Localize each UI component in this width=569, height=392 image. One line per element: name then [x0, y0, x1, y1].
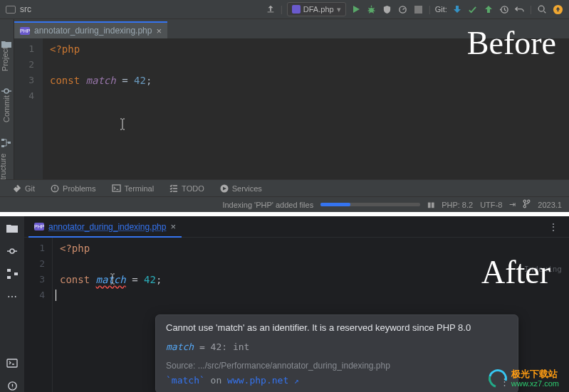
add-config-icon[interactable]	[265, 4, 276, 15]
php-file-icon	[292, 5, 301, 14]
svg-point-17	[10, 249, 14, 253]
code-token: <?php	[60, 243, 90, 254]
php-file-icon: PHP	[20, 27, 30, 35]
svg-rect-19	[7, 276, 11, 279]
commit-icon[interactable]	[6, 245, 19, 258]
tooltip-evaluation: match = 42: int	[166, 341, 508, 352]
breadcrumb[interactable]: src	[20, 4, 31, 14]
code-token: 42	[134, 75, 146, 86]
indent-icon[interactable]: ⇥	[509, 200, 516, 209]
code-token: =	[116, 75, 134, 86]
svg-point-7	[4, 89, 9, 93]
todo-tool-button[interactable]: TODO	[169, 184, 204, 193]
services-tool-button[interactable]: Services	[220, 184, 262, 193]
svg-rect-9	[1, 145, 4, 147]
code-token: const	[60, 274, 96, 285]
svg-rect-0	[267, 12, 273, 13]
svg-rect-8	[1, 139, 4, 141]
commit-tool-label[interactable]: Commit	[2, 95, 11, 122]
tool-window-bar: Git Problems Terminal TODO Services	[0, 179, 569, 196]
debug-icon[interactable]	[366, 4, 377, 15]
terminal-icon[interactable]	[6, 356, 19, 369]
svg-rect-20	[14, 272, 18, 275]
problems-icon[interactable]	[6, 379, 19, 392]
editor-tab[interactable]: PHP annotator_during_indexing.php ×	[14, 21, 167, 38]
git-history-icon[interactable]	[498, 4, 510, 15]
pause-icon[interactable]: ▮▮	[427, 201, 434, 208]
after-pane: ⋯ PHP annotator_during_indexing.php × ⋮ …	[0, 216, 569, 392]
git-push-icon[interactable]	[483, 4, 494, 15]
svg-rect-21	[7, 359, 17, 367]
editor-tab[interactable]: PHP annotator_during_indexing.php ×	[28, 217, 182, 237]
code-token: ;	[156, 274, 162, 285]
line-number: 4	[14, 88, 43, 104]
terminal-tool-button[interactable]: Terminal	[112, 184, 155, 193]
run-icon[interactable]	[350, 4, 362, 15]
structure-icon[interactable]	[6, 267, 19, 280]
line-number: 2	[14, 57, 43, 73]
code-token: =	[126, 274, 144, 285]
tooltip-doc-link[interactable]: `match` on www.php.net ↗	[166, 375, 508, 386]
gutter: 1 2 3 4	[14, 38, 43, 179]
file-encoding[interactable]: UTF-8	[480, 201, 502, 209]
tab-more-icon[interactable]: ⋮	[549, 222, 559, 232]
tab-filename: annotator_during_indexing.php	[48, 222, 166, 232]
text-cursor-icon	[110, 273, 115, 284]
watermark-logo-icon	[485, 366, 511, 391]
svg-rect-18	[7, 269, 11, 272]
more-tools-icon[interactable]: ⋯	[6, 290, 19, 303]
svg-rect-12	[113, 185, 120, 191]
run-config-selector[interactable]: DFA.php ▾	[287, 2, 346, 16]
git-update-icon[interactable]	[451, 4, 463, 15]
line-number: 4	[24, 287, 52, 303]
watermark-name: 极光下载站	[511, 369, 559, 379]
profile-icon[interactable]	[397, 4, 409, 15]
svg-point-14	[523, 200, 526, 202]
svg-rect-3	[414, 6, 422, 14]
project-tool-label[interactable]: Project	[1, 47, 9, 71]
ide-update-icon[interactable]	[552, 4, 563, 15]
overlay-label-before: Before	[467, 24, 556, 62]
tab-filename: annotator_during_indexing.php	[34, 26, 152, 36]
svg-point-5	[538, 6, 544, 11]
run-config-name: DFA.php	[303, 5, 334, 14]
git-commit-icon[interactable]	[467, 4, 479, 15]
tooltip-source: Source: .../src/Performance/annotator_du…	[166, 361, 508, 371]
editor-caret	[56, 290, 56, 301]
search-icon[interactable]	[536, 4, 548, 15]
indexing-progress[interactable]	[320, 203, 420, 206]
close-tab-icon[interactable]: ×	[170, 221, 176, 232]
line-number: 1	[24, 240, 52, 256]
stop-icon[interactable]	[413, 4, 424, 15]
code-token: const	[50, 75, 86, 86]
overlay-label-after: After	[481, 253, 550, 291]
code-token: 42	[144, 274, 156, 285]
code-token: match	[86, 75, 116, 86]
commit-tool-icon[interactable]	[1, 87, 13, 95]
svg-rect-10	[8, 142, 11, 144]
svg-point-15	[528, 200, 530, 202]
close-tab-icon[interactable]: ×	[156, 26, 162, 36]
gutter: 1 2 3 4	[24, 238, 53, 392]
project-icon[interactable]	[6, 222, 19, 235]
tooltip-message: Cannot use 'match' as an identifier. It …	[166, 322, 508, 333]
php-file-icon: PHP	[34, 223, 44, 231]
git-label: Git:	[435, 5, 447, 14]
watermark: 极光下载站 www.xz7.com	[489, 369, 559, 388]
line-number: 2	[24, 256, 52, 272]
problems-tool-button[interactable]: Problems	[51, 184, 95, 193]
code-token: <?php	[50, 43, 80, 55]
line-number: 3	[24, 272, 52, 287]
status-bar: Indexing 'PHP' added files ▮▮ PHP: 8.2 U…	[0, 196, 569, 212]
branch-icon[interactable]	[523, 199, 531, 210]
structure-tool-icon[interactable]	[1, 139, 13, 147]
line-number: 1	[14, 41, 43, 57]
text-cursor-icon	[120, 118, 125, 129]
editor-tabs-after: PHP annotator_during_indexing.php × ⋮	[24, 216, 569, 238]
git-tool-button[interactable]: Git	[13, 184, 35, 193]
code-token: ;	[146, 75, 152, 86]
php-version[interactable]: PHP: 8.2	[442, 201, 473, 209]
line-number: 3	[14, 73, 43, 88]
coverage-icon[interactable]	[382, 4, 393, 15]
git-rollback-icon[interactable]	[514, 4, 526, 15]
